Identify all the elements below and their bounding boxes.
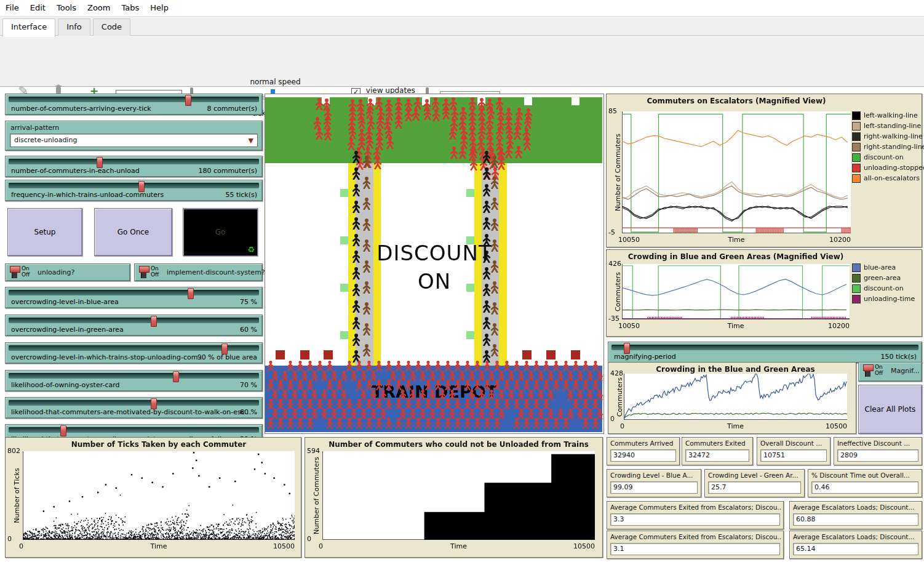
tab-interface[interactable]: Interface bbox=[2, 18, 55, 37]
street-commuter-icon bbox=[524, 116, 532, 129]
platform-commuter-icon bbox=[379, 409, 388, 419]
toolbar: ✎ Edit Delete ＋ Add abc Button ▼ normal … bbox=[0, 36, 924, 87]
street-commuter-icon bbox=[514, 146, 523, 158]
switch-knob[interactable] bbox=[863, 364, 874, 371]
standing-commuter-icon bbox=[490, 219, 499, 231]
switch-implement-discount-system[interactable]: OnOffimplement-discount-system? bbox=[134, 263, 263, 281]
legend-label: blue-area bbox=[864, 263, 896, 271]
platform-commuter-icon bbox=[463, 361, 472, 371]
platform-commuter-icon bbox=[453, 399, 462, 409]
go-forever-button[interactable]: Go♻ bbox=[183, 208, 258, 256]
menu-tabs[interactable]: Tabs bbox=[116, 0, 145, 12]
chooser-label: arrival-pattern bbox=[10, 124, 59, 132]
platform-commuter-icon bbox=[340, 409, 348, 419]
walking-commuter-icon bbox=[352, 184, 360, 196]
menu-help[interactable]: Help bbox=[145, 0, 174, 12]
platform-commuter-icon bbox=[369, 371, 378, 381]
setup-button[interactable]: Setup bbox=[7, 208, 82, 256]
platform-commuter-icon bbox=[399, 390, 407, 400]
platform-commuter-icon bbox=[546, 371, 555, 381]
menu-zoom[interactable]: Zoom bbox=[82, 0, 116, 12]
platform-commuter-icon bbox=[591, 399, 600, 409]
escalator-exit-marker bbox=[340, 331, 348, 339]
monitor-value: 2809 bbox=[837, 449, 918, 462]
menu-edit[interactable]: Edit bbox=[25, 0, 51, 12]
chooser-value-box[interactable]: discrete-unloading▼ bbox=[10, 134, 258, 147]
platform-commuter-icon bbox=[487, 371, 496, 381]
chooser-dropdown-icon: ▼ bbox=[249, 135, 253, 147]
slider-overcrowding-level-in[interactable]: overcrowding-level-in-green-area60 % bbox=[5, 315, 263, 336]
platform-commuter-icon bbox=[290, 390, 299, 400]
plot-title: Number of Ticks Taken by each Commuter bbox=[71, 440, 247, 449]
platform-commuter-icon bbox=[522, 399, 531, 409]
platform-commuter-icon bbox=[320, 409, 329, 419]
platform-commuter-icon bbox=[320, 371, 329, 381]
platform-commuter-icon bbox=[266, 380, 275, 390]
switch-knob[interactable] bbox=[10, 266, 20, 273]
tab-code[interactable]: Code bbox=[93, 18, 130, 36]
switch-magnify[interactable]: OnOffMagnif... bbox=[858, 362, 922, 382]
plot-escalators-magnified: Commuters on Escalators (Magnified View)… bbox=[606, 94, 922, 247]
monitor-label: Overall Discount ... bbox=[760, 440, 828, 447]
platform-commuter-icon bbox=[428, 409, 437, 419]
slider-frequency-in-which[interactable]: frequency-in-which-trains-unload-commute… bbox=[5, 180, 263, 201]
switch-unloading[interactable]: OnOffunloading? bbox=[5, 263, 130, 281]
platform-commuter-icon bbox=[359, 409, 368, 419]
standing-commuter-icon bbox=[362, 156, 371, 168]
walking-commuter-icon bbox=[352, 167, 360, 180]
slider-magnifying-period[interactable]: magnifying-period150 tick(s) bbox=[608, 342, 922, 363]
menu-file[interactable]: File bbox=[0, 0, 25, 12]
slider-number-of-commuters[interactable]: number-of-commuters-in-each-unload180 co… bbox=[5, 156, 263, 177]
platform-commuter-icon bbox=[453, 380, 462, 390]
platform-commuter-icon bbox=[468, 390, 476, 400]
slider-likelihood-of-owning[interactable]: likelihood-of-owning-oyster-card70 % bbox=[5, 370, 263, 391]
standing-commuter-icon bbox=[490, 198, 499, 210]
clear-all-plots-button[interactable]: Clear All Plots bbox=[858, 385, 922, 434]
platform-commuter-icon bbox=[424, 399, 432, 409]
legend-swatch bbox=[852, 263, 861, 272]
slider-thumb[interactable] bbox=[188, 288, 194, 299]
platform-commuter-icon bbox=[414, 399, 423, 409]
plot-legend: left-walking-lineleft-standing-lineright… bbox=[852, 110, 924, 183]
platform-commuter-icon bbox=[384, 418, 393, 428]
switch-knob[interactable] bbox=[139, 266, 149, 273]
standing-commuter-icon bbox=[490, 156, 499, 168]
platform-commuter-icon bbox=[330, 390, 338, 400]
switch-on-off-labels: OnOff bbox=[22, 265, 30, 278]
menu-bar: FileEditToolsZoomTabsHelp bbox=[0, 0, 924, 17]
platform-commuter-icon bbox=[375, 399, 383, 409]
plot-legend: blue-areagreen-areadiscount-onunloading-… bbox=[852, 262, 915, 304]
slider-value: 55 tick(s) bbox=[225, 191, 257, 199]
slider-thumb[interactable] bbox=[151, 316, 157, 327]
platform-commuter-icon bbox=[448, 371, 456, 381]
monitor-8: Average Escalators Loads; Discount...60.… bbox=[789, 501, 922, 529]
platform-commuter-icon bbox=[394, 418, 403, 428]
slider-number-of-commuters[interactable]: number-of-commuters-arriving-every-tick8… bbox=[5, 94, 263, 115]
platform-commuter-icon bbox=[512, 361, 521, 371]
slider-label: overcrowding-level-in-which-trains-stop-… bbox=[11, 353, 204, 361]
monitor-value: 10751 bbox=[760, 449, 827, 462]
platform-commuter-icon bbox=[355, 399, 364, 409]
menu-tools[interactable]: Tools bbox=[51, 0, 82, 12]
tab-info[interactable]: Info bbox=[58, 18, 90, 36]
platform-commuter-icon bbox=[296, 418, 305, 428]
slider-value: 180 commuter(s) bbox=[198, 167, 257, 175]
platform-commuter-icon bbox=[497, 390, 506, 400]
chooser-arrival-pattern[interactable]: arrival-patterndiscrete-unloading▼ bbox=[5, 121, 263, 151]
slider-overcrowding-level-in[interactable]: overcrowding-level-in-blue-area75 % bbox=[5, 287, 263, 308]
slider-value: 60 % bbox=[240, 408, 257, 416]
slider-thumb[interactable] bbox=[185, 95, 191, 106]
platform-commuter-icon bbox=[345, 399, 354, 409]
platform-commuter-icon bbox=[306, 361, 314, 371]
platform-commuter-icon bbox=[586, 409, 594, 419]
slider-thumb[interactable] bbox=[173, 371, 179, 382]
platform-commuter-icon bbox=[296, 380, 305, 390]
legend-swatch bbox=[852, 153, 861, 162]
go-once-button[interactable]: Go Once bbox=[94, 208, 172, 256]
y-max-label: 802 bbox=[7, 447, 20, 455]
street-commuter-icon bbox=[523, 138, 532, 150]
platform-commuter-icon bbox=[365, 418, 373, 428]
slider-likelihood-that-commuters[interactable]: likelihood-that-commuters-are-motivated-… bbox=[5, 397, 263, 419]
button-label: Go Once bbox=[117, 228, 149, 236]
slider-overcrowding-level-in[interactable]: overcrowding-level-in-which-trains-stop-… bbox=[5, 342, 263, 364]
